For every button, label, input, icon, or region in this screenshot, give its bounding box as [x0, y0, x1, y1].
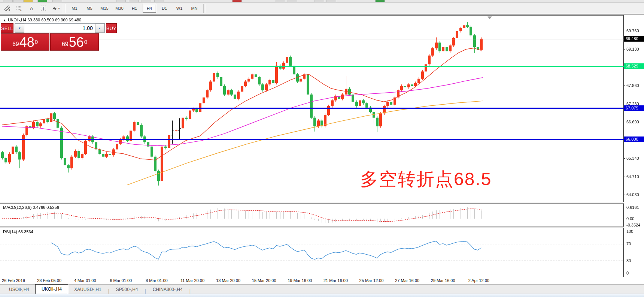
timeframe-button-h4[interactable]: H4 — [143, 4, 156, 13]
tab-separator: | — [107, 288, 110, 294]
price-tick — [624, 104, 625, 104]
time-axis-label: 21 Mar 16:00 — [323, 278, 348, 283]
chart-tab-ukoilh4[interactable]: UKOil-,H4 — [35, 284, 68, 294]
clipped-toolbar-button[interactable] — [276, 0, 285, 2]
chart-tab-china300h4[interactable]: CHINA300-,H4 — [147, 285, 189, 294]
time-axis-label: 27 Mar 16:00 — [395, 278, 419, 283]
timeframe-button-h1[interactable]: H1 — [128, 4, 141, 13]
price-tick — [624, 158, 625, 159]
clipped-toolbar-button[interactable] — [13, 0, 23, 2]
time-axis-label: 13 Mar 20:00 — [216, 278, 240, 283]
dropdown-caret-icon: ▾ — [58, 7, 60, 10]
macd-scale-label: 0.00 — [626, 216, 644, 221]
svg-text:F: F — [20, 9, 22, 11]
volume-stepper: ▼ ▲ — [15, 23, 105, 33]
tab-separator: | — [189, 288, 191, 294]
equidistant-channel-tool[interactable]: E — [2, 3, 13, 13]
chart-tab-bar: USOil-,H4UKOil-,H4XAUUSD-,H1|SP500-,H4|C… — [0, 284, 644, 294]
timeframe-button-m15[interactable]: M15 — [98, 4, 111, 13]
timeframe-button-w1[interactable]: W1 — [173, 4, 186, 13]
clipped-toolbar-button[interactable] — [116, 0, 126, 2]
buy-price-point: 0 — [84, 34, 87, 50]
price-tick — [624, 49, 625, 50]
price-tick — [624, 177, 625, 177]
main-macd-separator[interactable] — [0, 202, 624, 204]
clipped-toolbar-button[interactable] — [3, 0, 13, 2]
price-tick-label: 64.710 — [626, 174, 644, 179]
time-axis-label: 25 Mar 12:00 — [359, 278, 384, 283]
clipped-toolbar-button[interactable] — [129, 0, 139, 2]
rsi-scale-label: 100 — [626, 229, 644, 234]
time-axis-label: 19 Mar 16:00 — [288, 278, 312, 283]
time-axis-label: 28 Feb 05:00 — [37, 278, 61, 283]
clipped-toolbar-button[interactable] — [52, 0, 62, 2]
rsi-scale-label: 30 — [626, 258, 644, 263]
buy-price-display[interactable]: 69 56 0 — [50, 33, 99, 51]
macd-scale-label: -0.3524 — [626, 223, 644, 227]
timeframe-button-mn[interactable]: MN — [188, 4, 201, 13]
chart-tab-usoilh4[interactable]: USOil-,H4 — [3, 285, 35, 294]
symbol-ohlc-header: ▲UKOil-,H4 69.380 69.500 69.360 69.480 — [3, 18, 81, 22]
sell-price-digits: 48 — [19, 36, 34, 49]
price-badge-blue-line: 67.075 — [624, 105, 644, 111]
blue-level-66000[interactable] — [0, 139, 624, 140]
macd-indicator-label: MACD(12,26,9) 0.4766 0.5256 — [3, 205, 59, 210]
text-label-icon: T — [41, 6, 46, 11]
time-axis-line — [0, 277, 624, 277]
price-tick — [624, 195, 625, 195]
volume-input[interactable] — [24, 24, 95, 33]
buy-price-digits: 56 — [69, 36, 84, 49]
text-icon: A — [30, 6, 33, 11]
price-tick — [624, 86, 625, 86]
clipped-toolbar-button[interactable] — [375, 0, 385, 2]
clipped-toolbar-button[interactable] — [23, 0, 33, 2]
buy-button[interactable]: BUY — [106, 23, 117, 33]
fibonacci-retracement-tool[interactable]: F — [14, 3, 25, 13]
clipped-toolbar-button[interactable] — [288, 0, 297, 2]
chart-tab-xauusdh1[interactable]: XAUUSD-,H1 — [68, 285, 107, 294]
drawing-tools-group: EFAT▾ — [1, 3, 61, 13]
chart-shift-marker-icon[interactable] — [487, 16, 492, 19]
fibonacci-retracement-icon: F — [16, 5, 23, 11]
sell-button[interactable]: SELL — [1, 23, 13, 33]
green-resistance-line[interactable] — [0, 66, 624, 67]
volume-decrease-button[interactable]: ▼ — [15, 24, 24, 33]
clipped-toolbar-button[interactable] — [154, 0, 164, 2]
timeframe-button-m5[interactable]: M5 — [83, 4, 96, 13]
symbol-ohlc-text: UKOil-,H4 69.380 69.500 69.360 69.480 — [8, 18, 81, 22]
clipped-toolbar-button[interactable] — [326, 0, 336, 2]
time-axis-label: 26 Feb 2019 — [2, 278, 25, 283]
sell-price-prefix: 69 — [12, 39, 19, 49]
price-tick-label: 69.760 — [626, 28, 644, 33]
time-axis-label: 11 Mar 20:00 — [180, 278, 204, 283]
text-label-tool[interactable]: T — [38, 3, 49, 13]
volume-increase-button[interactable]: ▲ — [95, 24, 104, 33]
sell-price-display[interactable]: 69 48 0 — [1, 33, 49, 51]
clipped-toolbar-button[interactable] — [37, 0, 47, 2]
chart-tab-sp500h4[interactable]: SP500-,H4 — [110, 285, 144, 294]
clipped-toolbar-button[interactable] — [232, 0, 242, 2]
timeframe-button-m1[interactable]: M1 — [68, 4, 81, 13]
price-tick-label: 65.340 — [626, 156, 644, 160]
time-axis-label: 4 Mar 01:00 — [74, 278, 96, 283]
timeframe-button-d1[interactable]: D1 — [158, 4, 171, 13]
collapse-one-click-icon[interactable]: ▲ — [3, 18, 6, 22]
price-badge-last-price: 69.480 — [624, 36, 644, 42]
blue-level-67075[interactable] — [0, 108, 624, 109]
toolbar-separator — [63, 4, 66, 13]
status-bar-strip — [0, 294, 644, 297]
time-axis-label: 2 Apr 12:00 — [468, 278, 489, 283]
price-tick — [624, 31, 625, 31]
time-axis-label: 15 Mar 20:00 — [252, 278, 276, 283]
price-badge-green-line: 68.529 — [624, 63, 644, 69]
timeframe-button-m30[interactable]: M30 — [113, 4, 126, 13]
time-axis-label: 6 Mar 01:00 — [110, 278, 132, 283]
candlestick-chart-surface[interactable] — [0, 15, 624, 277]
equidistant-channel-icon: E — [4, 5, 11, 11]
clipped-toolbar-button[interactable] — [315, 0, 324, 2]
arrows-tool[interactable]: ▾ — [50, 3, 61, 13]
clipped-toolbar-button[interactable] — [142, 0, 151, 2]
macd-rsi-separator[interactable] — [0, 226, 624, 228]
text-tool[interactable]: A — [26, 3, 37, 13]
chart-window: 69.76069.13067.86067.23066.60065.34064.7… — [0, 15, 644, 284]
